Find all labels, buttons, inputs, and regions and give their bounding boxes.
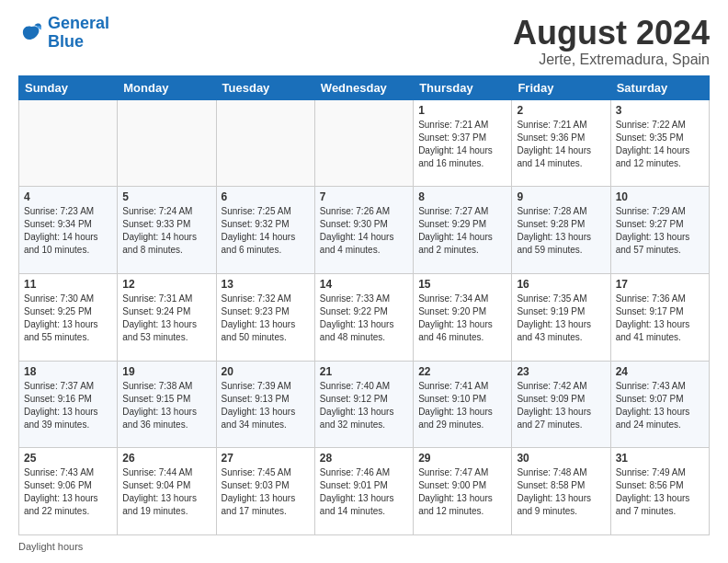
- day-number: 6: [222, 190, 310, 203]
- week-row-3: 11Sunrise: 7:30 AM Sunset: 9:25 PM Dayli…: [19, 273, 710, 361]
- col-wednesday: Wednesday: [314, 75, 413, 99]
- day-number: 16: [517, 278, 605, 291]
- day-info: Sunrise: 7:29 AM Sunset: 9:27 PM Dayligh…: [616, 205, 704, 257]
- day-info: Sunrise: 7:32 AM Sunset: 9:23 PM Dayligh…: [222, 293, 310, 344]
- day-info: Sunrise: 7:25 AM Sunset: 9:32 PM Dayligh…: [222, 205, 310, 257]
- day-info: Sunrise: 7:49 AM Sunset: 8:56 PM Dayligh…: [616, 466, 704, 518]
- table-cell: 4Sunrise: 7:23 AM Sunset: 9:34 PM Daylig…: [19, 187, 118, 274]
- table-cell: [314, 99, 413, 187]
- day-number: 27: [222, 452, 310, 465]
- day-info: Sunrise: 7:41 AM Sunset: 9:10 PM Dayligh…: [418, 380, 506, 431]
- day-info: Sunrise: 7:48 AM Sunset: 8:58 PM Dayligh…: [517, 466, 605, 518]
- day-info: Sunrise: 7:22 AM Sunset: 9:35 PM Dayligh…: [616, 119, 704, 170]
- day-number: 22: [418, 365, 506, 378]
- day-info: Sunrise: 7:35 AM Sunset: 9:19 PM Dayligh…: [517, 293, 605, 344]
- calendar-subtitle: Jerte, Extremadura, Spain: [513, 52, 710, 68]
- day-info: Sunrise: 7:45 AM Sunset: 9:03 PM Dayligh…: [222, 466, 310, 518]
- day-info: Sunrise: 7:37 AM Sunset: 9:16 PM Dayligh…: [24, 380, 112, 431]
- day-number: 20: [222, 365, 310, 378]
- day-number: 5: [122, 190, 210, 203]
- day-number: 4: [24, 190, 112, 203]
- day-number: 9: [517, 190, 605, 203]
- table-cell: 1Sunrise: 7:21 AM Sunset: 9:37 PM Daylig…: [414, 99, 512, 187]
- day-number: 15: [418, 278, 506, 291]
- table-cell: 10Sunrise: 7:29 AM Sunset: 9:27 PM Dayli…: [610, 187, 709, 274]
- table-cell: 9Sunrise: 7:28 AM Sunset: 9:28 PM Daylig…: [512, 187, 610, 274]
- table-cell: 13Sunrise: 7:32 AM Sunset: 9:23 PM Dayli…: [216, 273, 314, 361]
- calendar-title: August 2024: [513, 15, 710, 52]
- day-number: 29: [418, 452, 506, 465]
- title-block: August 2024 Jerte, Extremadura, Spain: [513, 15, 710, 68]
- table-cell: 31Sunrise: 7:49 AM Sunset: 8:56 PM Dayli…: [610, 448, 709, 535]
- table-cell: 7Sunrise: 7:26 AM Sunset: 9:30 PM Daylig…: [314, 187, 413, 274]
- table-cell: 16Sunrise: 7:35 AM Sunset: 9:19 PM Dayli…: [512, 273, 610, 361]
- table-cell: 3Sunrise: 7:22 AM Sunset: 9:35 PM Daylig…: [610, 99, 709, 187]
- day-number: 30: [517, 452, 605, 465]
- table-cell: 26Sunrise: 7:44 AM Sunset: 9:04 PM Dayli…: [118, 448, 216, 535]
- table-cell: 14Sunrise: 7:33 AM Sunset: 9:22 PM Dayli…: [314, 273, 413, 361]
- day-info: Sunrise: 7:23 AM Sunset: 9:34 PM Dayligh…: [24, 205, 112, 257]
- day-info: Sunrise: 7:34 AM Sunset: 9:20 PM Dayligh…: [418, 293, 506, 344]
- table-cell: 29Sunrise: 7:47 AM Sunset: 9:00 PM Dayli…: [414, 448, 512, 535]
- col-sunday: Sunday: [19, 75, 118, 99]
- day-info: Sunrise: 7:38 AM Sunset: 9:15 PM Dayligh…: [122, 380, 210, 431]
- day-number: 31: [616, 452, 704, 465]
- logo: General Blue: [18, 15, 109, 52]
- day-number: 14: [320, 278, 408, 291]
- week-row-4: 18Sunrise: 7:37 AM Sunset: 9:16 PM Dayli…: [19, 361, 710, 448]
- footer: Daylight hours: [18, 541, 710, 552]
- table-cell: [216, 99, 314, 187]
- day-info: Sunrise: 7:21 AM Sunset: 9:37 PM Dayligh…: [418, 119, 506, 170]
- day-info: Sunrise: 7:46 AM Sunset: 9:01 PM Dayligh…: [320, 466, 408, 518]
- day-number: 1: [418, 104, 506, 117]
- table-cell: 27Sunrise: 7:45 AM Sunset: 9:03 PM Dayli…: [216, 448, 314, 535]
- logo-icon: [18, 20, 44, 46]
- day-number: 13: [222, 278, 310, 291]
- day-info: Sunrise: 7:42 AM Sunset: 9:09 PM Dayligh…: [517, 380, 605, 431]
- table-cell: [19, 99, 118, 187]
- day-number: 17: [616, 278, 704, 291]
- col-thursday: Thursday: [414, 75, 512, 99]
- day-number: 8: [418, 190, 506, 203]
- table-cell: [118, 99, 216, 187]
- day-info: Sunrise: 7:47 AM Sunset: 9:00 PM Dayligh…: [418, 466, 506, 518]
- page: General Blue August 2024 Jerte, Extremad…: [0, 0, 728, 563]
- day-info: Sunrise: 7:26 AM Sunset: 9:30 PM Dayligh…: [320, 205, 408, 257]
- week-row-5: 25Sunrise: 7:43 AM Sunset: 9:06 PM Dayli…: [19, 448, 710, 535]
- day-number: 10: [616, 190, 704, 203]
- table-cell: 21Sunrise: 7:40 AM Sunset: 9:12 PM Dayli…: [314, 361, 413, 448]
- col-monday: Monday: [118, 75, 216, 99]
- header-row: Sunday Monday Tuesday Wednesday Thursday…: [19, 75, 710, 99]
- logo-text: General Blue: [48, 15, 109, 52]
- day-info: Sunrise: 7:36 AM Sunset: 9:17 PM Dayligh…: [616, 293, 704, 344]
- day-number: 28: [320, 452, 408, 465]
- table-cell: 15Sunrise: 7:34 AM Sunset: 9:20 PM Dayli…: [414, 273, 512, 361]
- table-cell: 2Sunrise: 7:21 AM Sunset: 9:36 PM Daylig…: [512, 99, 610, 187]
- day-info: Sunrise: 7:40 AM Sunset: 9:12 PM Dayligh…: [320, 380, 408, 431]
- table-cell: 23Sunrise: 7:42 AM Sunset: 9:09 PM Dayli…: [512, 361, 610, 448]
- day-number: 25: [24, 452, 112, 465]
- table-cell: 8Sunrise: 7:27 AM Sunset: 9:29 PM Daylig…: [414, 187, 512, 274]
- table-cell: 22Sunrise: 7:41 AM Sunset: 9:10 PM Dayli…: [414, 361, 512, 448]
- day-info: Sunrise: 7:28 AM Sunset: 9:28 PM Dayligh…: [517, 205, 605, 257]
- day-info: Sunrise: 7:39 AM Sunset: 9:13 PM Dayligh…: [222, 380, 310, 431]
- table-cell: 25Sunrise: 7:43 AM Sunset: 9:06 PM Dayli…: [19, 448, 118, 535]
- table-cell: 5Sunrise: 7:24 AM Sunset: 9:33 PM Daylig…: [118, 187, 216, 274]
- table-cell: 30Sunrise: 7:48 AM Sunset: 8:58 PM Dayli…: [512, 448, 610, 535]
- col-tuesday: Tuesday: [216, 75, 314, 99]
- day-info: Sunrise: 7:43 AM Sunset: 9:06 PM Dayligh…: [24, 466, 112, 518]
- day-info: Sunrise: 7:24 AM Sunset: 9:33 PM Dayligh…: [122, 205, 210, 257]
- table-cell: 6Sunrise: 7:25 AM Sunset: 9:32 PM Daylig…: [216, 187, 314, 274]
- day-number: 18: [24, 365, 112, 378]
- table-cell: 17Sunrise: 7:36 AM Sunset: 9:17 PM Dayli…: [610, 273, 709, 361]
- day-info: Sunrise: 7:31 AM Sunset: 9:24 PM Dayligh…: [122, 293, 210, 344]
- table-cell: 19Sunrise: 7:38 AM Sunset: 9:15 PM Dayli…: [118, 361, 216, 448]
- day-info: Sunrise: 7:43 AM Sunset: 9:07 PM Dayligh…: [616, 380, 704, 431]
- day-info: Sunrise: 7:33 AM Sunset: 9:22 PM Dayligh…: [320, 293, 408, 344]
- table-cell: 18Sunrise: 7:37 AM Sunset: 9:16 PM Dayli…: [19, 361, 118, 448]
- day-number: 12: [122, 278, 210, 291]
- day-number: 19: [122, 365, 210, 378]
- day-number: 7: [320, 190, 408, 203]
- table-cell: 28Sunrise: 7:46 AM Sunset: 9:01 PM Dayli…: [314, 448, 413, 535]
- col-friday: Friday: [512, 75, 610, 99]
